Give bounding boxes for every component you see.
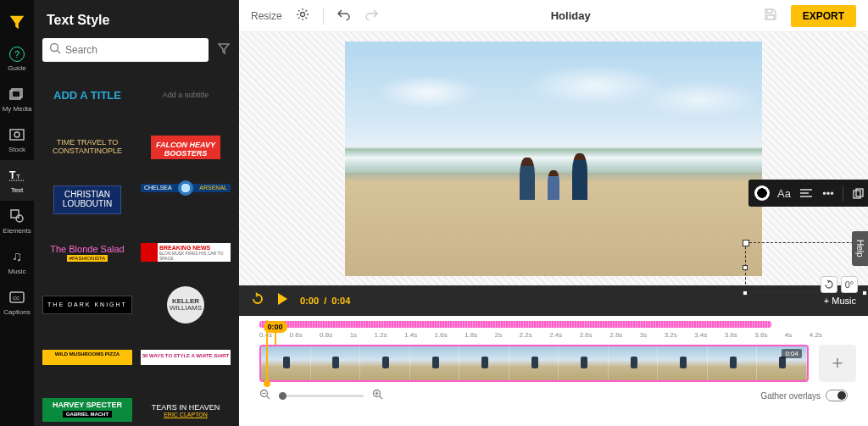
gear-icon[interactable] xyxy=(296,8,309,24)
style-add-subtitle[interactable]: Add a subtitle xyxy=(141,74,231,116)
stock-icon xyxy=(8,126,25,143)
guide-icon: ? xyxy=(9,47,25,62)
rail-guide[interactable]: ? Guide xyxy=(0,40,34,79)
clip-duration: 0:04 xyxy=(782,349,802,358)
ruler-ticks: 0.4s0.6s0.8s1s1.2s1.4s1.6s1.8s2s2.2s2.4s… xyxy=(259,331,822,339)
search-box[interactable] xyxy=(42,38,209,62)
zoom-slider[interactable] xyxy=(279,395,364,397)
svg-text:T: T xyxy=(9,169,16,181)
style-chelsea-arsenal[interactable]: CHELSEAARSENAL xyxy=(141,179,231,197)
zoom-out-icon[interactable] xyxy=(259,389,270,402)
rail-stock[interactable]: Stock xyxy=(0,119,34,160)
topbar: Resize Holiday EXPORT xyxy=(239,0,868,32)
save-icon[interactable] xyxy=(764,8,777,25)
add-music-button[interactable]: + Music xyxy=(824,296,856,306)
rail-text[interactable]: TT Text xyxy=(0,160,34,201)
svg-point-3 xyxy=(14,132,19,137)
style-harvey-specter[interactable]: HARVEY SPECTERGABRIEL MACHT xyxy=(42,389,132,426)
font-button[interactable]: Aa xyxy=(774,183,794,203)
gather-overlays[interactable]: Gather overlays xyxy=(760,390,848,401)
elements-icon xyxy=(8,207,25,224)
canvas-area[interactable]: Aa ••• MAGIC TAP SPAIN 0° Help xyxy=(239,32,868,285)
more-icon[interactable]: ••• xyxy=(818,183,838,203)
style-falcon[interactable]: FALCON HEAVYBOOSTERS xyxy=(141,126,231,169)
svg-point-13 xyxy=(300,13,304,17)
svg-line-12 xyxy=(58,51,61,54)
rail-label: Elements xyxy=(3,227,31,235)
redo-icon[interactable] xyxy=(364,8,378,23)
text-style-panel: Text Style ADD A TITLE Add a subtitle TI… xyxy=(34,0,239,426)
captions-icon: cc xyxy=(8,289,25,306)
style-time-travel[interactable]: TIME TRAVEL TOCONSTANTINOPLE xyxy=(42,126,132,169)
rotation-value[interactable]: 0° xyxy=(841,276,858,293)
help-tab[interactable]: Help xyxy=(852,231,868,266)
rail-mymedia[interactable]: My Media xyxy=(0,79,34,119)
main-area: Resize Holiday EXPORT Aa ••• xyxy=(239,0,868,426)
search-input[interactable] xyxy=(65,44,202,56)
rail-elements[interactable]: Elements xyxy=(0,201,34,241)
panel-title: Text Style xyxy=(47,13,231,28)
time-display: 0:00 / 0:04 xyxy=(300,296,350,306)
svg-point-8 xyxy=(16,215,23,222)
style-tears-heaven[interactable]: TEARS IN HEAVENERIC CLAPTON xyxy=(141,389,231,426)
rail-captions[interactable]: cc Captions xyxy=(0,282,34,323)
color-picker-icon[interactable] xyxy=(754,185,770,201)
mymedia-icon xyxy=(8,86,25,102)
svg-rect-2 xyxy=(10,130,24,140)
zoom-in-icon[interactable] xyxy=(372,389,383,402)
rail-label: Guide xyxy=(8,64,25,72)
copy-icon[interactable] xyxy=(848,183,868,203)
svg-point-11 xyxy=(51,44,58,52)
timeline-ruler[interactable]: 0.4s0.6s0.8s1s1.2s1.4s1.6s1.8s2s2.2s2.4s… xyxy=(259,321,822,345)
style-louboutin[interactable]: CHRISTIANLOUBOUTIN xyxy=(42,179,132,221)
rail-music[interactable]: ♫ Music xyxy=(0,241,34,282)
rail-label: Text xyxy=(11,186,24,194)
video-track-clip[interactable]: 0:04 xyxy=(259,345,809,382)
style-dark-knight[interactable]: THE DARK KNIGHT xyxy=(42,284,132,326)
filter-icon[interactable] xyxy=(217,41,231,58)
undo-icon[interactable] xyxy=(337,8,351,23)
timeline: 0.4s0.6s0.8s1s1.2s1.4s1.6s1.8s2s2.2s2.4s… xyxy=(239,316,868,426)
rotation-control: 0° xyxy=(821,276,858,293)
text-track-bar[interactable] xyxy=(259,321,771,328)
svg-text:cc: cc xyxy=(13,294,19,302)
rail-label: My Media xyxy=(3,105,32,113)
rotate-icon[interactable] xyxy=(821,276,837,293)
restart-icon[interactable] xyxy=(251,292,264,309)
rail-label: Stock xyxy=(8,146,25,153)
text-toolbar: Aa ••• xyxy=(748,180,868,207)
music-icon: ♫ xyxy=(8,248,25,265)
left-rail: ? Guide My Media Stock TT Text Elements … xyxy=(0,0,34,426)
text-icon: TT xyxy=(8,167,25,184)
style-keller-williams[interactable]: KELLERWILLIAMS xyxy=(141,284,231,326)
style-30-ways[interactable]: 30 WAYS TO STYLE A WHITE SHIRT xyxy=(141,336,231,379)
video-frame[interactable] xyxy=(345,41,762,276)
resize-button[interactable]: Resize xyxy=(251,10,282,22)
app-logo[interactable] xyxy=(8,13,26,31)
rail-label: Captions xyxy=(3,308,31,316)
project-title[interactable]: Holiday xyxy=(392,9,750,22)
svg-line-21 xyxy=(267,396,270,400)
add-clip-button[interactable]: + xyxy=(819,345,856,382)
rail-label: Music xyxy=(8,268,26,275)
svg-text:T: T xyxy=(16,173,20,180)
align-icon[interactable] xyxy=(796,183,816,203)
export-button[interactable]: EXPORT xyxy=(791,5,856,27)
style-blonde-salad[interactable]: The Blonde Salad#FASHIONISTA xyxy=(42,231,132,274)
style-breaking-news[interactable]: BREAKING NEWSELON MUSK FIRES HIS CAR TO … xyxy=(141,231,231,274)
style-add-title[interactable]: ADD A TITLE xyxy=(42,74,132,116)
svg-line-25 xyxy=(380,396,383,400)
style-wild-mushrooms[interactable]: WILD MUSHROOMS PIZZA xyxy=(42,336,132,379)
play-icon[interactable] xyxy=(276,292,288,309)
playhead[interactable]: 0:00 xyxy=(275,321,275,345)
styles-grid: ADD A TITLE Add a subtitle TIME TRAVEL T… xyxy=(42,74,231,426)
gather-toggle[interactable] xyxy=(826,390,848,401)
search-icon xyxy=(49,42,61,58)
